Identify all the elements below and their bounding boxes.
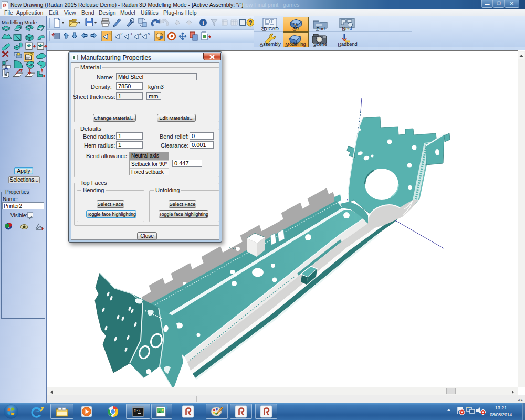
svg-text:1: 1 [109, 32, 111, 36]
svg-text:?: ? [249, 19, 253, 26]
svg-text:C:\: C:\ [134, 409, 141, 413]
svg-text:Modelling: Modelling [285, 41, 306, 47]
svg-text:4: 4 [139, 32, 142, 36]
svg-text:2: 2 [120, 32, 123, 36]
svg-text:Assembly: Assembly [260, 41, 281, 47]
svg-text:3: 3 [130, 32, 132, 36]
svg-text:5: 5 [148, 32, 150, 36]
svg-text:3: 3 [296, 23, 298, 26]
svg-text:i: i [203, 20, 204, 26]
